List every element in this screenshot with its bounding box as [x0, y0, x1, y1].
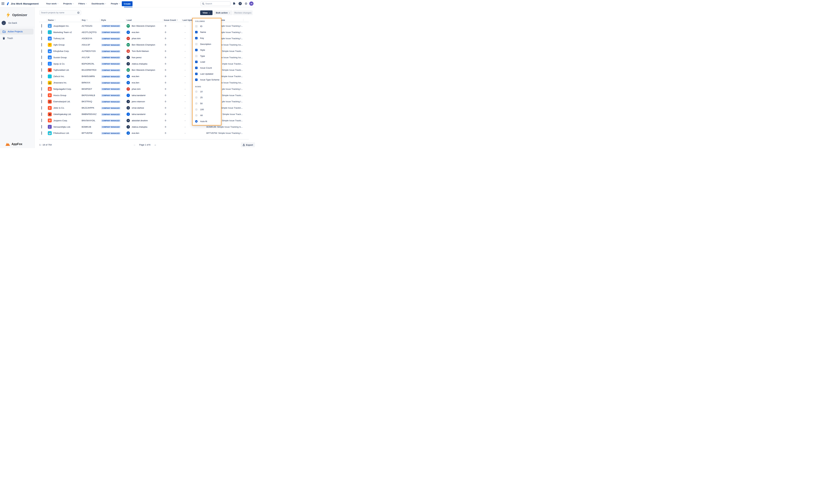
- rows-option-10[interactable]: 10: [193, 89, 221, 95]
- create-button[interactable]: Create: [122, 1, 133, 6]
- column-toggle-description[interactable]: Description: [193, 41, 221, 47]
- column-toggle-key[interactable]: ✓ Key: [193, 35, 221, 41]
- chevron-down-icon: ⌄: [57, 2, 59, 4]
- row-checkbox[interactable]: [41, 106, 42, 110]
- project-name: Juupobejani Inc.: [53, 25, 69, 27]
- chevron-down-icon: ⌄: [229, 12, 230, 13]
- view-button[interactable]: View ⌄: [200, 10, 213, 15]
- column-toggle-style[interactable]: ✓ Style: [193, 47, 221, 53]
- nav-item-filters[interactable]: Filters⌄: [77, 0, 89, 7]
- style-badge: COMPANY MANAGED: [101, 25, 120, 27]
- style-badge: COMPANY MANAGED: [101, 69, 120, 72]
- column-toggle-issue-count[interactable]: ✓ Issue Count: [193, 65, 221, 71]
- row-checkbox[interactable]: [41, 24, 42, 27]
- row-checkbox[interactable]: [41, 113, 42, 116]
- sidebar: Optimizer ← Go back Active Projects Tras…: [0, 7, 35, 148]
- user-avatar[interactable]: JR: [249, 1, 253, 6]
- back-arrow-icon: ←: [2, 21, 6, 25]
- checkbox-icon: [195, 43, 198, 45]
- column-header-key[interactable]: Key: [82, 19, 101, 21]
- project-search[interactable]: ✕: [39, 10, 81, 15]
- review-changes-button[interactable]: Review changes: [233, 10, 253, 15]
- table-row[interactable]: ☕ Fiheluohvuc Ltd. BPTVEPW COMPANY MANAG…: [41, 130, 243, 136]
- issue-count: 0: [164, 25, 182, 27]
- row-checkbox[interactable]: [41, 119, 42, 122]
- column-header-style[interactable]: Style: [101, 19, 127, 21]
- app-switcher-icon[interactable]: [2, 2, 4, 5]
- global-search[interactable]: [201, 1, 230, 6]
- row-checkbox[interactable]: [41, 87, 42, 91]
- row-checkbox[interactable]: [41, 49, 42, 53]
- project-key: ASOEGYA: [82, 37, 101, 40]
- column-header-issue-count[interactable]: Issue Count: [164, 19, 182, 21]
- sort-icon: [87, 19, 87, 21]
- coffee-icon: ☕: [48, 131, 52, 135]
- style-badge: COMPANY MANAGED: [101, 94, 120, 97]
- page-indicator: Page 1 of 6: [139, 144, 150, 146]
- project-search-input[interactable]: [41, 11, 77, 14]
- style-badge: COMPANY MANAGED: [101, 63, 120, 65]
- column-toggle-id[interactable]: ID: [193, 23, 221, 29]
- nav-item-dashboards[interactable]: Dashboards⌄: [90, 0, 108, 7]
- rows-option-100[interactable]: 100: [193, 106, 221, 113]
- jira-brand[interactable]: Jira Work Management: [6, 0, 39, 7]
- nav-item-projects[interactable]: Projects⌄: [61, 0, 76, 7]
- row-checkbox[interactable]: [41, 100, 42, 103]
- column-toggle-name[interactable]: ✓ Name: [193, 29, 221, 35]
- rows-option-all[interactable]: All: [193, 112, 221, 118]
- sliders-icon: ≣: [48, 106, 52, 110]
- nav-item-people[interactable]: People⌄: [109, 0, 122, 7]
- chevron-down-icon: ⌄: [209, 12, 210, 13]
- global-search-input[interactable]: [205, 2, 227, 5]
- columns-checkbox-list: ID ✓ Name ✓ Key Description ✓ Style Type…: [193, 23, 221, 83]
- row-checkbox[interactable]: [41, 75, 42, 78]
- go-back-button[interactable]: ← Go back: [2, 21, 17, 25]
- row-checkbox[interactable]: [41, 43, 42, 46]
- row-checkbox[interactable]: [41, 68, 42, 72]
- row-checkbox[interactable]: [41, 62, 42, 65]
- checkbox-icon: [195, 25, 198, 27]
- row-checkbox[interactable]: [41, 30, 42, 34]
- row-checkbox[interactable]: [41, 37, 42, 40]
- row-checkbox[interactable]: [41, 125, 42, 128]
- chevron-down-icon: ⌄: [73, 2, 74, 4]
- lead-avatar: Z: [127, 62, 130, 66]
- previous-page-arrow-icon[interactable]: ←: [133, 143, 136, 146]
- export-button[interactable]: Export: [241, 142, 255, 147]
- vinyl-icon: ◉: [48, 68, 52, 72]
- settings-gear-icon[interactable]: ⚙: [244, 1, 248, 6]
- help-icon[interactable]: ?: [238, 1, 242, 6]
- bird-icon: ◐: [48, 125, 52, 129]
- lead-avatar: E: [127, 31, 130, 34]
- project-key: BPTVEPW: [82, 132, 101, 134]
- row-checkbox[interactable]: [41, 56, 42, 59]
- issue-count: 0: [164, 63, 182, 65]
- sidebar-item-trash[interactable]: Trash: [0, 35, 33, 41]
- clear-search-icon[interactable]: ✕: [77, 12, 80, 14]
- column-header-name[interactable]: Name: [48, 19, 82, 21]
- columns-section-title: COLUMNS: [195, 20, 221, 22]
- style-badge: COMPANY MANAGED: [101, 132, 120, 135]
- column-toggle-lead[interactable]: ✓ Lead: [193, 59, 221, 65]
- issue-count: 0: [164, 132, 182, 134]
- rows-option-auto-fit[interactable]: Auto-fit: [193, 118, 221, 124]
- notifications-bell-icon[interactable]: [232, 1, 236, 6]
- sidebar-item-active-projects[interactable]: Active Projects: [0, 29, 33, 34]
- bulk-action-button[interactable]: Bulk action ⌄: [213, 10, 233, 15]
- row-checkbox[interactable]: [41, 81, 42, 84]
- rows-option-50[interactable]: 50: [193, 100, 221, 106]
- column-toggle-issue-type-scheme[interactable]: ✓ Issue Type Scheme: [193, 77, 221, 83]
- wrench-icon: ⚒: [48, 93, 52, 97]
- column-toggle-last-updated[interactable]: ✓ Last Updated: [193, 71, 221, 77]
- next-page-arrow-icon[interactable]: →: [154, 143, 156, 146]
- column-header-lead[interactable]: Lead: [127, 19, 164, 21]
- rows-option-25[interactable]: 25: [193, 95, 221, 101]
- search-icon: [202, 3, 204, 5]
- row-checkbox[interactable]: [41, 93, 42, 97]
- column-toggle-type[interactable]: Type: [193, 53, 221, 59]
- project-name: Nelgutagaful Corp.: [53, 88, 72, 90]
- row-checkbox[interactable]: [41, 131, 42, 135]
- nav-item-your-work[interactable]: Your work⌄: [44, 0, 60, 7]
- project-name: Fiheluohvuc Ltd.: [53, 132, 69, 134]
- sort-icon: [54, 19, 55, 21]
